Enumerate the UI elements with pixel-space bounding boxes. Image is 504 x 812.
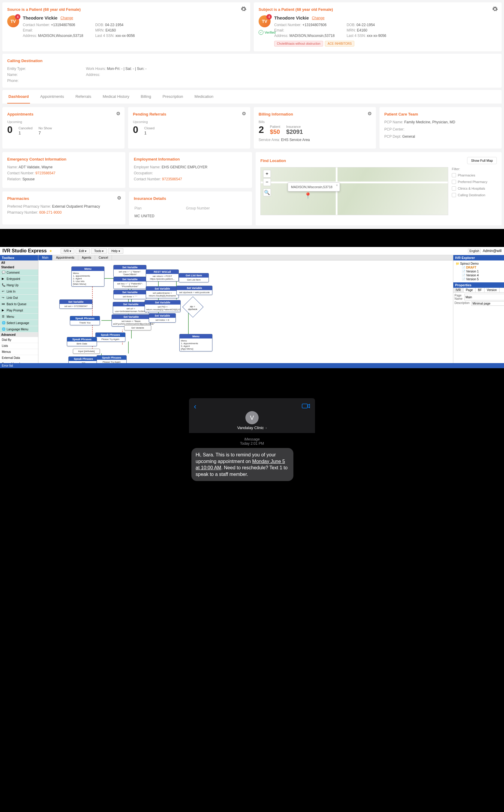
filter-checkbox[interactable] [452, 186, 456, 191]
avatar[interactable]: TV 4 [259, 15, 271, 27]
tab-dashboard[interactable]: Dashboard [7, 90, 30, 104]
star-icon[interactable]: ★ [49, 249, 52, 253]
error-list-bar[interactable]: Error list [0, 363, 504, 368]
flow-node-setvar[interactable]: Set Variableset three = " " [113, 290, 146, 299]
contact-name[interactable]: Vandalay Clinic › [194, 426, 310, 430]
tab-medical-history[interactable]: Medical History [101, 90, 131, 104]
flow-node-btn[interactable]: Set Variable [124, 325, 151, 330]
medication-tag[interactable]: ACE INHIBITORS [325, 41, 354, 47]
gear-icon[interactable]: ⚙ [367, 111, 372, 116]
gear-icon[interactable] [241, 6, 247, 12]
flow-node-getlist[interactable]: Get List ItemGet List Item [179, 273, 209, 282]
flow-node-decision[interactable]: zip = zipcheck [182, 296, 204, 318]
tab-agents[interactable]: Agents [78, 255, 95, 260]
flow-node-menu[interactable]: MenuMenu 1. Appointments 9. Agent [App M… [179, 334, 212, 351]
flow-node-speak[interactable]: Speak PhrasesThank You [70, 316, 100, 325]
prop-tab-version[interactable]: Version [485, 288, 499, 292]
tab-cancel[interactable]: Cancel [95, 255, 112, 260]
tab-main[interactable]: Main [38, 255, 53, 260]
flow-node-speak[interactable]: Speak PhrasesZIP [68, 356, 98, 363]
message-bubble[interactable]: Hi, Sara. This is to remind you of your … [191, 448, 293, 481]
contact-value[interactable]: 9723586547 [162, 177, 182, 181]
flow-node-input[interactable]: Input [birthdate] [73, 349, 100, 354]
flow-node-speak[interactable]: Speak PhrasesPlease Try Again [95, 332, 125, 342]
tab-prescription[interactable]: Prescription [161, 90, 185, 104]
back-button[interactable]: ‹ [194, 402, 197, 411]
toolbox-item[interactable]: Dial By [0, 337, 38, 343]
avatar[interactable]: TV 4 [7, 15, 19, 27]
explorer-tree[interactable]: 📁 Spinsci Demo 📄 DRAFT 📄 Version 1 📄 Ver… [453, 260, 504, 282]
toolbox-item[interactable]: ▶Entrypoint [0, 276, 38, 282]
flow-node-setvar[interactable]: Set Variableset zipcheck = wild.postcode [176, 286, 212, 295]
flow-node-speak[interactable]: Speak PhrasesBirth Date [67, 337, 97, 346]
search-icon[interactable]: 🔍 [263, 188, 271, 196]
menu-tools[interactable]: Tools ▾ [91, 248, 107, 254]
contact-value[interactable]: +13194807606 [302, 23, 326, 27]
flow-node-setvar[interactable]: Set Variableset index = 0 [149, 313, 176, 323]
gear-icon[interactable]: ⚙ [117, 195, 122, 200]
diagnosis-tag[interactable]: Cholelithiasis without obstruction [274, 41, 323, 47]
tab-appointments[interactable]: Appointments [39, 90, 65, 104]
filter-checkbox[interactable] [452, 173, 456, 177]
tab-billing[interactable]: Billing [139, 90, 152, 104]
toolbox-item[interactable]: Lists [0, 343, 38, 349]
toolbox-item[interactable]: 🌐Language Menu [0, 326, 38, 332]
prop-tab-page[interactable]: Page [463, 288, 475, 292]
toolbox-item[interactable]: 🌐Select Language [0, 320, 38, 326]
map-canvas[interactable]: + − 🔍 × MADISON,Wisconsin,53718 📍 [260, 167, 448, 215]
cat-all[interactable]: All [0, 260, 38, 265]
contact-value[interactable]: +13194807606 [51, 23, 75, 27]
menu-ivr[interactable]: IVR ▾ [61, 248, 74, 254]
toolbox-item[interactable]: 💬Comment [0, 269, 38, 276]
change-link[interactable]: Change [61, 16, 73, 20]
flow-node-rest[interactable]: REST WSCallvar return = POST https://pec… [146, 269, 179, 281]
prop-tab-ivr[interactable]: IVR [453, 288, 463, 292]
toolbox-item[interactable]: ↪Link Out [0, 295, 38, 301]
toolbox-item[interactable]: ▶Play Prompt [0, 307, 38, 314]
user-label[interactable]: Admin@will [483, 249, 502, 253]
flow-node-setvar[interactable]: Set Variableset two = " { "PatientID": "… [113, 277, 146, 289]
flow-node-setvar[interactable]: Set Variableset token = "Basic aGFyc2hhL… [112, 314, 151, 326]
language-select[interactable]: English [468, 249, 481, 253]
gear-icon[interactable]: ⚙ [116, 111, 121, 116]
filter-checkbox[interactable] [452, 180, 456, 184]
prop-tab-bf[interactable]: BF [475, 288, 485, 292]
toolbox-item[interactable]: Menus [0, 349, 38, 355]
flow-canvas[interactable]: MenuMenu 1. appointments 2. Agent 3. Use… [38, 260, 453, 363]
flow-node-setvar[interactable]: Set Variableset patientname = return.res… [146, 286, 179, 298]
video-call-icon[interactable] [302, 403, 310, 410]
zoom-in-button[interactable]: + [263, 170, 271, 178]
toolbox-item[interactable]: ⏮Back to Queue [0, 301, 38, 307]
map-marker-icon[interactable]: 📍 [304, 192, 312, 199]
flow-node-setvar[interactable]: Set Variableset one = " { "Name": "DateO… [113, 265, 146, 277]
flow-node-setvar[interactable]: Set Variableset ani = 9723586547 [59, 299, 92, 309]
cat-standard[interactable]: Standard [0, 265, 38, 269]
flow-node-setvar[interactable]: Set Variableset url = use+birthdateHuman… [113, 302, 149, 314]
gear-icon[interactable]: ⚙ [242, 111, 247, 116]
flow-node-menu[interactable]: MenuMenu 1. appointments 2. Agent 3. Use… [71, 266, 104, 287]
show-full-map-button[interactable]: Show Full Map [467, 157, 497, 164]
cat-advanced[interactable]: Advanced [0, 332, 38, 337]
toolbox-item[interactable]: 📞Hang Up [0, 282, 38, 288]
tab-medication[interactable]: Medication [193, 90, 215, 104]
contact-value[interactable]: 9723586547 [35, 171, 55, 175]
tab-appointments[interactable]: Appointments [53, 255, 78, 260]
toolbox-item[interactable]: ↩Link In [0, 288, 38, 295]
toolbox-list[interactable]: All Standard 💬Comment ▶Entrypoint 📞Hang … [0, 260, 38, 363]
num-value[interactable]: 608-271-9000 [39, 210, 62, 215]
menu-edit[interactable]: Edit ▾ [76, 248, 90, 254]
gear-icon[interactable] [492, 6, 498, 12]
flow-node-setvar[interactable]: Set Variableset PID = return.results[0].… [145, 300, 181, 312]
change-link[interactable]: Change [312, 16, 325, 20]
close-icon[interactable]: × [336, 183, 338, 187]
menu-help[interactable]: Help ▾ [108, 248, 123, 254]
contact-avatar[interactable]: V [245, 411, 259, 424]
toolbox-item[interactable]: ☰Menu [0, 314, 38, 320]
desc-input[interactable] [471, 301, 504, 306]
tab-referrals[interactable]: Referrals [74, 90, 92, 104]
zoom-out-button[interactable]: − [263, 178, 271, 186]
toolbox-item[interactable]: External Data [0, 355, 38, 361]
toolbox-item[interactable]: Second Level [0, 361, 38, 363]
page-name-input[interactable] [464, 294, 504, 300]
filter-checkbox[interactable] [452, 193, 456, 197]
